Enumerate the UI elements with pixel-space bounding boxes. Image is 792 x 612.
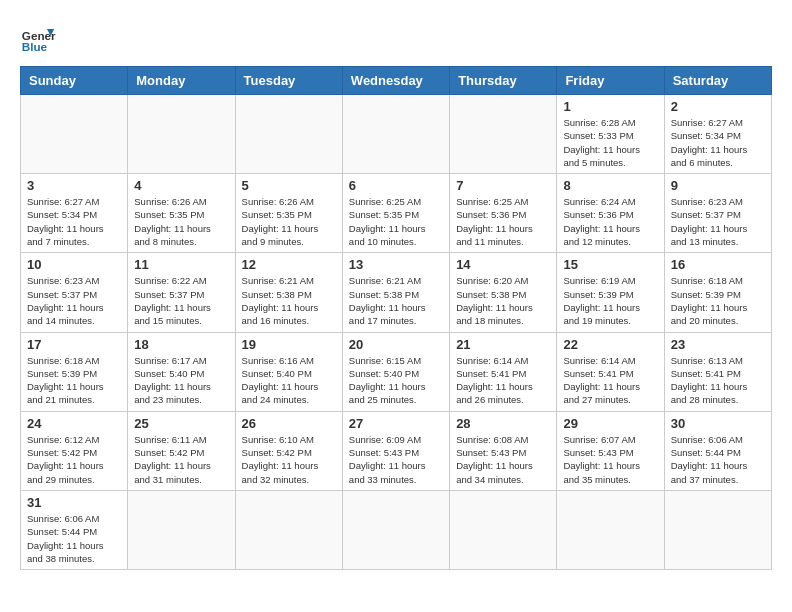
calendar-cell	[342, 490, 449, 569]
calendar-cell: 5Sunrise: 6:26 AM Sunset: 5:35 PM Daylig…	[235, 174, 342, 253]
calendar-cell: 28Sunrise: 6:08 AM Sunset: 5:43 PM Dayli…	[450, 411, 557, 490]
day-info: Sunrise: 6:14 AM Sunset: 5:41 PM Dayligh…	[563, 354, 657, 407]
day-number: 3	[27, 178, 121, 193]
weekday-header-tuesday: Tuesday	[235, 67, 342, 95]
day-number: 13	[349, 257, 443, 272]
calendar-cell	[342, 95, 449, 174]
day-number: 11	[134, 257, 228, 272]
day-info: Sunrise: 6:26 AM Sunset: 5:35 PM Dayligh…	[134, 195, 228, 248]
day-info: Sunrise: 6:16 AM Sunset: 5:40 PM Dayligh…	[242, 354, 336, 407]
day-info: Sunrise: 6:06 AM Sunset: 5:44 PM Dayligh…	[671, 433, 765, 486]
day-number: 8	[563, 178, 657, 193]
calendar-week-row: 3Sunrise: 6:27 AM Sunset: 5:34 PM Daylig…	[21, 174, 772, 253]
day-number: 23	[671, 337, 765, 352]
calendar-cell: 14Sunrise: 6:20 AM Sunset: 5:38 PM Dayli…	[450, 253, 557, 332]
day-number: 10	[27, 257, 121, 272]
weekday-header-thursday: Thursday	[450, 67, 557, 95]
calendar-cell: 4Sunrise: 6:26 AM Sunset: 5:35 PM Daylig…	[128, 174, 235, 253]
day-info: Sunrise: 6:12 AM Sunset: 5:42 PM Dayligh…	[27, 433, 121, 486]
day-info: Sunrise: 6:17 AM Sunset: 5:40 PM Dayligh…	[134, 354, 228, 407]
calendar-week-row: 1Sunrise: 6:28 AM Sunset: 5:33 PM Daylig…	[21, 95, 772, 174]
day-number: 5	[242, 178, 336, 193]
day-info: Sunrise: 6:18 AM Sunset: 5:39 PM Dayligh…	[27, 354, 121, 407]
calendar-cell: 24Sunrise: 6:12 AM Sunset: 5:42 PM Dayli…	[21, 411, 128, 490]
day-number: 1	[563, 99, 657, 114]
day-number: 15	[563, 257, 657, 272]
calendar-cell: 2Sunrise: 6:27 AM Sunset: 5:34 PM Daylig…	[664, 95, 771, 174]
calendar-cell: 7Sunrise: 6:25 AM Sunset: 5:36 PM Daylig…	[450, 174, 557, 253]
day-info: Sunrise: 6:24 AM Sunset: 5:36 PM Dayligh…	[563, 195, 657, 248]
calendar-cell: 30Sunrise: 6:06 AM Sunset: 5:44 PM Dayli…	[664, 411, 771, 490]
calendar-week-row: 24Sunrise: 6:12 AM Sunset: 5:42 PM Dayli…	[21, 411, 772, 490]
weekday-header-sunday: Sunday	[21, 67, 128, 95]
calendar-cell: 8Sunrise: 6:24 AM Sunset: 5:36 PM Daylig…	[557, 174, 664, 253]
day-info: Sunrise: 6:18 AM Sunset: 5:39 PM Dayligh…	[671, 274, 765, 327]
day-number: 12	[242, 257, 336, 272]
calendar-cell: 20Sunrise: 6:15 AM Sunset: 5:40 PM Dayli…	[342, 332, 449, 411]
calendar-cell	[235, 490, 342, 569]
calendar-cell: 22Sunrise: 6:14 AM Sunset: 5:41 PM Dayli…	[557, 332, 664, 411]
calendar-cell: 16Sunrise: 6:18 AM Sunset: 5:39 PM Dayli…	[664, 253, 771, 332]
day-number: 2	[671, 99, 765, 114]
calendar-cell: 17Sunrise: 6:18 AM Sunset: 5:39 PM Dayli…	[21, 332, 128, 411]
weekday-header-row: SundayMondayTuesdayWednesdayThursdayFrid…	[21, 67, 772, 95]
calendar-cell: 18Sunrise: 6:17 AM Sunset: 5:40 PM Dayli…	[128, 332, 235, 411]
weekday-header-friday: Friday	[557, 67, 664, 95]
day-info: Sunrise: 6:06 AM Sunset: 5:44 PM Dayligh…	[27, 512, 121, 565]
day-number: 16	[671, 257, 765, 272]
day-number: 14	[456, 257, 550, 272]
day-info: Sunrise: 6:19 AM Sunset: 5:39 PM Dayligh…	[563, 274, 657, 327]
day-info: Sunrise: 6:14 AM Sunset: 5:41 PM Dayligh…	[456, 354, 550, 407]
calendar-cell	[21, 95, 128, 174]
calendar-cell: 29Sunrise: 6:07 AM Sunset: 5:43 PM Dayli…	[557, 411, 664, 490]
calendar-week-row: 10Sunrise: 6:23 AM Sunset: 5:37 PM Dayli…	[21, 253, 772, 332]
day-info: Sunrise: 6:23 AM Sunset: 5:37 PM Dayligh…	[671, 195, 765, 248]
calendar-cell: 6Sunrise: 6:25 AM Sunset: 5:35 PM Daylig…	[342, 174, 449, 253]
day-info: Sunrise: 6:27 AM Sunset: 5:34 PM Dayligh…	[27, 195, 121, 248]
generalblue-logo-icon: General Blue	[20, 20, 56, 56]
day-number: 20	[349, 337, 443, 352]
calendar-cell: 23Sunrise: 6:13 AM Sunset: 5:41 PM Dayli…	[664, 332, 771, 411]
calendar-cell: 9Sunrise: 6:23 AM Sunset: 5:37 PM Daylig…	[664, 174, 771, 253]
calendar-cell: 31Sunrise: 6:06 AM Sunset: 5:44 PM Dayli…	[21, 490, 128, 569]
day-info: Sunrise: 6:20 AM Sunset: 5:38 PM Dayligh…	[456, 274, 550, 327]
calendar-week-row: 31Sunrise: 6:06 AM Sunset: 5:44 PM Dayli…	[21, 490, 772, 569]
calendar-cell	[450, 490, 557, 569]
day-info: Sunrise: 6:10 AM Sunset: 5:42 PM Dayligh…	[242, 433, 336, 486]
calendar-cell	[664, 490, 771, 569]
calendar-cell: 27Sunrise: 6:09 AM Sunset: 5:43 PM Dayli…	[342, 411, 449, 490]
day-info: Sunrise: 6:13 AM Sunset: 5:41 PM Dayligh…	[671, 354, 765, 407]
day-number: 29	[563, 416, 657, 431]
day-number: 21	[456, 337, 550, 352]
day-info: Sunrise: 6:26 AM Sunset: 5:35 PM Dayligh…	[242, 195, 336, 248]
logo: General Blue	[20, 20, 56, 56]
day-info: Sunrise: 6:23 AM Sunset: 5:37 PM Dayligh…	[27, 274, 121, 327]
calendar-table: SundayMondayTuesdayWednesdayThursdayFrid…	[20, 66, 772, 570]
calendar-cell: 13Sunrise: 6:21 AM Sunset: 5:38 PM Dayli…	[342, 253, 449, 332]
day-info: Sunrise: 6:09 AM Sunset: 5:43 PM Dayligh…	[349, 433, 443, 486]
day-number: 22	[563, 337, 657, 352]
calendar-cell: 21Sunrise: 6:14 AM Sunset: 5:41 PM Dayli…	[450, 332, 557, 411]
calendar-week-row: 17Sunrise: 6:18 AM Sunset: 5:39 PM Dayli…	[21, 332, 772, 411]
day-number: 19	[242, 337, 336, 352]
calendar-cell: 19Sunrise: 6:16 AM Sunset: 5:40 PM Dayli…	[235, 332, 342, 411]
header: General Blue	[20, 20, 772, 56]
day-info: Sunrise: 6:25 AM Sunset: 5:36 PM Dayligh…	[456, 195, 550, 248]
day-number: 25	[134, 416, 228, 431]
weekday-header-wednesday: Wednesday	[342, 67, 449, 95]
day-info: Sunrise: 6:08 AM Sunset: 5:43 PM Dayligh…	[456, 433, 550, 486]
day-number: 18	[134, 337, 228, 352]
day-number: 30	[671, 416, 765, 431]
calendar-cell: 15Sunrise: 6:19 AM Sunset: 5:39 PM Dayli…	[557, 253, 664, 332]
day-info: Sunrise: 6:21 AM Sunset: 5:38 PM Dayligh…	[242, 274, 336, 327]
calendar-cell	[450, 95, 557, 174]
calendar-cell	[235, 95, 342, 174]
weekday-header-saturday: Saturday	[664, 67, 771, 95]
calendar-cell: 3Sunrise: 6:27 AM Sunset: 5:34 PM Daylig…	[21, 174, 128, 253]
day-info: Sunrise: 6:27 AM Sunset: 5:34 PM Dayligh…	[671, 116, 765, 169]
day-number: 26	[242, 416, 336, 431]
weekday-header-monday: Monday	[128, 67, 235, 95]
calendar-cell: 10Sunrise: 6:23 AM Sunset: 5:37 PM Dayli…	[21, 253, 128, 332]
day-number: 17	[27, 337, 121, 352]
day-number: 4	[134, 178, 228, 193]
